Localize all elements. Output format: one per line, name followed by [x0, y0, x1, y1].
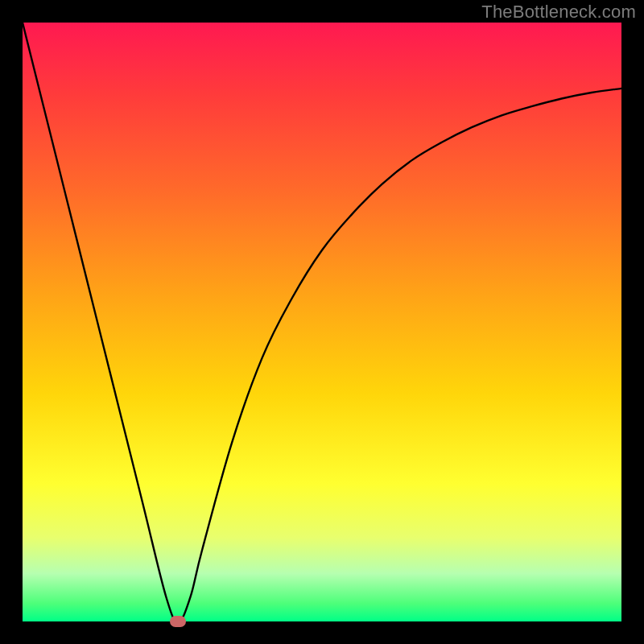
bottleneck-curve [23, 23, 621, 621]
plot-area [23, 23, 621, 621]
optimal-point-marker [170, 616, 186, 627]
watermark-text: TheBottleneck.com [481, 2, 636, 23]
